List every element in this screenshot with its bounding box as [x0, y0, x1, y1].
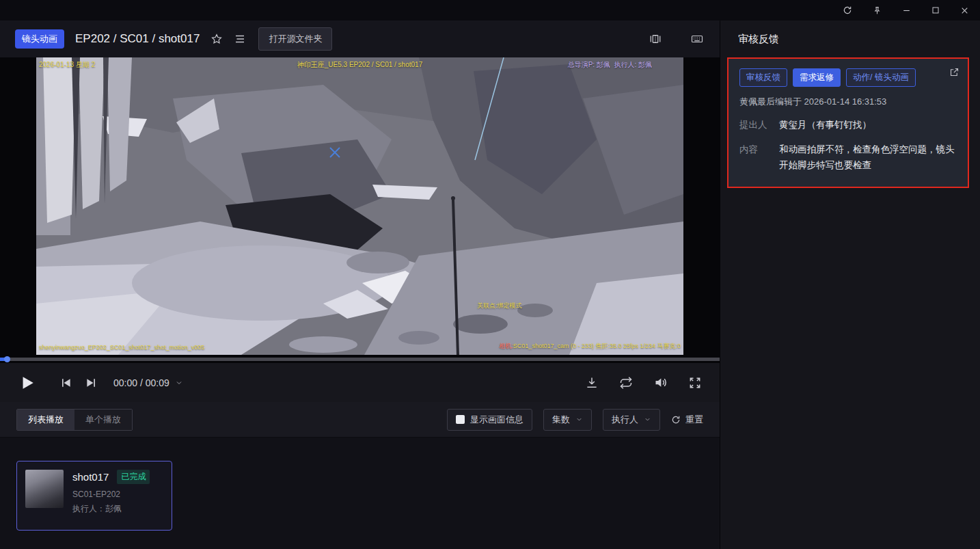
- checkbox-icon: [456, 415, 465, 424]
- shot-code: SC01-EP202: [72, 490, 150, 499]
- last-edited-text: 黄佩最后编辑于 2026-01-14 16:31:53: [739, 96, 957, 108]
- refresh-icon[interactable]: [843, 5, 852, 15]
- content-label: 内容: [739, 142, 770, 173]
- next-button[interactable]: [85, 376, 98, 390]
- tag-needs-rework[interactable]: 需求返修: [793, 68, 841, 87]
- feedback-tags: 审核反馈 需求返修 动作/ 镜头动画: [739, 68, 957, 87]
- time-text: 00:00 / 00:09: [113, 377, 169, 388]
- fullscreen-icon[interactable]: [688, 376, 702, 390]
- video-frame[interactable]: 2026-01-13 星期 2 神印王座_UE5.3 EP202 / SC01 …: [36, 57, 683, 355]
- executor-dropdown-label: 执行人: [612, 414, 638, 426]
- chevron-down-icon: [575, 416, 583, 423]
- window-titlebar: [0, 0, 980, 21]
- shot-executor: 执行人：彭佩: [72, 503, 150, 515]
- overlay-filename: shenyinwangzuo_EP202_SC01_shot017_shot_m…: [39, 344, 204, 351]
- reset-button[interactable]: 重置: [671, 414, 703, 426]
- reset-label: 重置: [685, 414, 703, 426]
- executor-dropdown[interactable]: 执行人: [603, 409, 660, 431]
- volume-icon[interactable]: [653, 375, 668, 390]
- overlay-camera-label: 相机:: [499, 343, 513, 349]
- play-mode-tabs: 列表播放 单个播放: [16, 409, 133, 431]
- tab-single-play[interactable]: 单个播放: [74, 410, 132, 430]
- play-button[interactable]: [18, 374, 36, 392]
- seek-bar-handle[interactable]: [4, 356, 10, 362]
- episode-dropdown[interactable]: 集数: [543, 409, 592, 431]
- pin-icon[interactable]: [873, 6, 882, 15]
- episode-dropdown-label: 集数: [552, 414, 570, 426]
- download-icon[interactable]: [585, 376, 599, 390]
- tag-action-shot-animation[interactable]: 动作/ 镜头动画: [846, 68, 916, 87]
- overlay-date: 2026-01-13 星期 2: [39, 60, 95, 70]
- overlay-camera-value: SC01_shot017_cam (0 - 233) 焦距:35.0 25fps…: [513, 343, 681, 349]
- loop-icon[interactable]: [619, 376, 633, 390]
- overlay-camera-info: 相机:SC01_shot017_cam (0 - 233) 焦距:35.0 25…: [499, 342, 681, 351]
- video-player-area[interactable]: 2026-01-13 星期 2 神印王座_UE5.3 EP202 / SC01 …: [0, 57, 720, 363]
- previous-button[interactable]: [59, 376, 72, 390]
- main-column: 镜头动画 EP202 / SC01 / shot017 打开源文件夹: [0, 21, 720, 549]
- menu-lines-icon[interactable]: [234, 33, 246, 45]
- playlist-area: shot017 已完成 SC01-EP202 执行人：彭佩: [0, 438, 720, 549]
- content-value: 和动画拍屏不符，检查角色浮空问题，镜头开始脚步特写也要检查: [779, 142, 957, 173]
- proposer-label: 提出人: [739, 117, 770, 133]
- panel-title: 审核反馈: [720, 21, 980, 57]
- feedback-card: 审核反馈 需求返修 动作/ 镜头动画 黄佩最后编辑于 2026-01-14 16…: [727, 57, 969, 188]
- keyboard-icon[interactable]: [690, 33, 705, 45]
- show-frame-info-toggle[interactable]: 显示画面信息: [447, 409, 532, 431]
- task-type-badge: 镜头动画: [15, 29, 64, 49]
- tab-list-play[interactable]: 列表播放: [17, 410, 74, 430]
- tag-review-feedback[interactable]: 审核反馈: [739, 68, 787, 87]
- time-display[interactable]: 00:00 / 00:09: [113, 377, 183, 388]
- proposer-value: 黄玺月（有事钉钉找）: [779, 117, 871, 133]
- review-feedback-panel: 审核反馈 审核反馈 需求返修 动作/ 镜头动画 黄佩最后编辑于 2026-01-…: [720, 21, 980, 549]
- show-frame-info-label: 显示画面信息: [470, 414, 523, 426]
- breadcrumb: EP202 / SC01 / shot017: [75, 32, 200, 46]
- chevron-down-icon: [175, 379, 183, 387]
- page-header: 镜头动画 EP202 / SC01 / shot017 打开源文件夹: [0, 21, 720, 57]
- chevron-down-icon: [644, 416, 651, 423]
- app-window: 镜头动画 EP202 / SC01 / shot017 打开源文件夹: [0, 0, 980, 549]
- status-badge: 已完成: [117, 470, 150, 484]
- star-icon[interactable]: [210, 33, 223, 45]
- seek-bar[interactable]: [0, 358, 720, 361]
- shot-thumbnail: [25, 470, 64, 508]
- overlay-crew: 总导演P: 彭佩 执行人: 彭佩: [568, 60, 652, 70]
- overlay-shot-title: 神印王座_UE5.3 EP202 / SC01 / shot017: [297, 60, 422, 70]
- playlist-item[interactable]: shot017 已完成 SC01-EP202 执行人：彭佩: [16, 461, 172, 531]
- close-icon[interactable]: [960, 6, 969, 15]
- external-link-icon[interactable]: [949, 67, 959, 80]
- overlay-annotation: 关联点:绑定模式: [477, 302, 522, 310]
- minimize-icon[interactable]: [902, 6, 911, 15]
- filter-bar: 列表播放 单个播放 显示画面信息 集数 执行人: [0, 402, 720, 438]
- overlay-executor: 执行人: 彭佩: [614, 61, 652, 68]
- overlay-director: 总导演P: 彭佩: [568, 61, 610, 68]
- shot-title: shot017: [72, 471, 109, 483]
- proposer-row: 提出人 黄玺月（有事钉钉找）: [739, 117, 957, 133]
- maximize-icon[interactable]: [931, 6, 940, 14]
- split-screen-icon[interactable]: [649, 33, 662, 45]
- 3d-scene-render: [36, 57, 683, 355]
- reset-icon: [671, 415, 681, 425]
- content-row: 内容 和动画拍屏不符，检查角色浮空问题，镜头开始脚步特写也要检查: [739, 142, 957, 173]
- open-source-folder-button[interactable]: 打开源文件夹: [258, 27, 332, 51]
- player-controls: 00:00 / 00:09: [0, 363, 720, 402]
